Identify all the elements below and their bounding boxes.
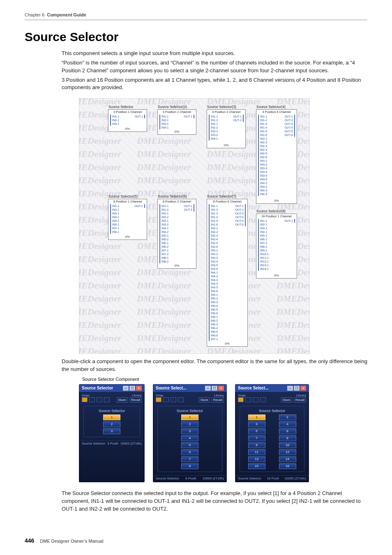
component-block-caption: 3 Position 1 Channel xyxy=(110,110,145,114)
recall-button[interactable]: Recall xyxy=(294,397,306,403)
source-button[interactable]: 8 xyxy=(279,435,296,441)
snap-button[interactable] xyxy=(238,397,244,402)
body-paragraph: The Source Selector connects the selecte… xyxy=(62,490,367,513)
snap-button[interactable] xyxy=(156,397,161,402)
snap-button[interactable] xyxy=(171,397,176,402)
source-button[interactable]: 10 xyxy=(279,442,296,448)
snap-button[interactable] xyxy=(97,397,102,402)
source-buttons: 123 xyxy=(86,415,137,434)
store-button[interactable]: Store xyxy=(281,397,292,403)
watermark-text: DMEDesigner xyxy=(79,267,121,278)
watermark-text: DMEDesigner xyxy=(79,149,121,159)
snap-button[interactable] xyxy=(178,397,184,402)
source-button[interactable]: 7 xyxy=(181,456,198,462)
source-button[interactable]: 3 xyxy=(103,428,120,434)
close-button[interactable]: × xyxy=(218,386,224,391)
window-titlebar[interactable]: Source Select...–□× xyxy=(153,385,226,392)
source-button[interactable]: 16 xyxy=(279,463,296,469)
minimize-button[interactable]: – xyxy=(205,386,211,391)
status-position: 8 Positi xyxy=(185,477,196,480)
recall-button[interactable]: Recall xyxy=(212,397,224,403)
snap-buttons xyxy=(82,397,110,402)
output-port-list: OUT-1OUT-2OUT-3OUT-4OUT-5OUT-6 xyxy=(235,204,246,226)
source-button[interactable]: 1 xyxy=(103,415,120,420)
running-header: Chapter 6 Component Guide xyxy=(25,12,367,17)
source-button[interactable]: 5 xyxy=(181,442,198,448)
watermark-text: DMEDesigner xyxy=(79,320,121,330)
component-block-title: Source Selector(3) xyxy=(207,105,236,109)
maximize-button[interactable]: □ xyxy=(129,386,135,391)
snap-button[interactable] xyxy=(104,397,110,402)
page-number: 446 xyxy=(25,537,34,544)
editor-toolbar: SnapLibraryStoreRecall xyxy=(79,392,144,403)
watermark-text: DMEDesigner xyxy=(137,175,191,186)
source-button[interactable]: 11 xyxy=(248,449,265,455)
status-id: 10004 (2719h) xyxy=(203,477,224,480)
component-block-caption: 4 Position 2 Channel xyxy=(209,110,244,114)
window-title: Source Selector xyxy=(82,386,113,390)
component-block-caption: 16 Position 1 Channel xyxy=(258,214,295,218)
source-button[interactable]: 15 xyxy=(248,463,265,469)
usage-percent-label: 0% xyxy=(207,143,245,147)
input-port-list: IN1-1IN2-1IN3-1IN4-1 xyxy=(159,115,168,129)
window-titlebar[interactable]: Source Selector–□× xyxy=(79,385,144,392)
watermark-text: DMEDesigner xyxy=(137,280,191,291)
source-button[interactable]: 2 xyxy=(279,415,296,420)
snap-button[interactable] xyxy=(89,397,95,402)
output-port-list: OUT-1OUT-2 xyxy=(233,115,244,122)
maximize-button[interactable]: □ xyxy=(294,386,300,391)
source-button[interactable]: 12 xyxy=(279,449,296,455)
store-button[interactable]: Store xyxy=(117,397,128,403)
source-button[interactable]: 8 xyxy=(181,463,198,469)
source-button[interactable]: 6 xyxy=(181,449,198,455)
source-button[interactable]: 14 xyxy=(279,456,296,462)
editor-toolbar: SnapLibraryStoreRecall xyxy=(235,392,309,403)
snap-button[interactable] xyxy=(163,397,169,402)
snap-button[interactable] xyxy=(260,397,266,402)
source-button[interactable]: 1 xyxy=(181,415,198,420)
source-button[interactable]: 9 xyxy=(248,442,265,448)
body-paragraph: Double-click a component to open the com… xyxy=(62,358,367,373)
watermark-text: DMEDesigner xyxy=(207,149,261,159)
minimize-button[interactable]: – xyxy=(123,386,129,391)
usage-percent-label: 0% xyxy=(108,127,147,131)
source-button[interactable]: 3 xyxy=(181,428,198,434)
close-button[interactable]: × xyxy=(136,386,142,391)
watermark-text: DMEDesigner xyxy=(207,175,261,186)
window-titlebar[interactable]: Source Select...–□× xyxy=(235,385,309,392)
maximize-button[interactable]: □ xyxy=(212,386,217,391)
editor-window: Source Selector–□×SnapLibraryStoreRecall… xyxy=(79,384,145,482)
editor-toolbar: SnapLibraryStoreRecall xyxy=(153,392,226,403)
library-label: Library xyxy=(199,394,224,397)
source-button[interactable]: 2 xyxy=(103,421,120,427)
minimize-button[interactable]: – xyxy=(287,386,293,391)
snap-label: Snap xyxy=(82,394,110,397)
status-id: 10005 (271Ah) xyxy=(284,477,306,480)
source-button[interactable]: 13 xyxy=(248,456,265,462)
status-bar: Source Selector3 Positi10003 (2718h) xyxy=(79,440,144,447)
source-button[interactable]: 4 xyxy=(181,435,198,441)
recall-button[interactable]: Recall xyxy=(129,397,142,403)
snap-button[interactable] xyxy=(245,397,251,402)
panel-title: Source Selector xyxy=(86,409,137,413)
source-button[interactable]: 2 xyxy=(181,421,198,427)
status-bar: Source Selector16 Posit10005 (271Ah) xyxy=(235,475,309,482)
input-port-list: IN1-1IN2-1IN3-1IN4-1IN5-1IN6-1IN7-1IN8-1… xyxy=(258,219,269,271)
source-button[interactable]: 6 xyxy=(279,428,296,434)
snap-label: Snap xyxy=(238,394,266,397)
source-button[interactable]: 3 xyxy=(248,421,265,427)
close-button[interactable]: × xyxy=(300,386,306,391)
snap-button[interactable] xyxy=(253,397,258,402)
source-button[interactable]: 1 xyxy=(248,415,265,420)
source-button[interactable]: 4 xyxy=(279,421,296,427)
component-block: Source Selector3 Position 1 ChannelIN1-1… xyxy=(108,109,147,132)
usage-percent-label: 0% xyxy=(256,199,297,203)
source-selector-panel: Source Selector123 xyxy=(83,406,140,437)
source-button[interactable]: 7 xyxy=(248,435,265,441)
input-port-list: IN1-1IN1-2IN1-3IN1-4IN1-5IN1-6IN2-1IN2-2… xyxy=(258,115,267,196)
watermark-text: DMEDesigner xyxy=(137,149,191,159)
store-button[interactable]: Store xyxy=(199,397,210,403)
source-button[interactable]: 5 xyxy=(248,428,265,434)
header-rule xyxy=(25,20,367,20)
snap-button[interactable] xyxy=(82,397,88,402)
